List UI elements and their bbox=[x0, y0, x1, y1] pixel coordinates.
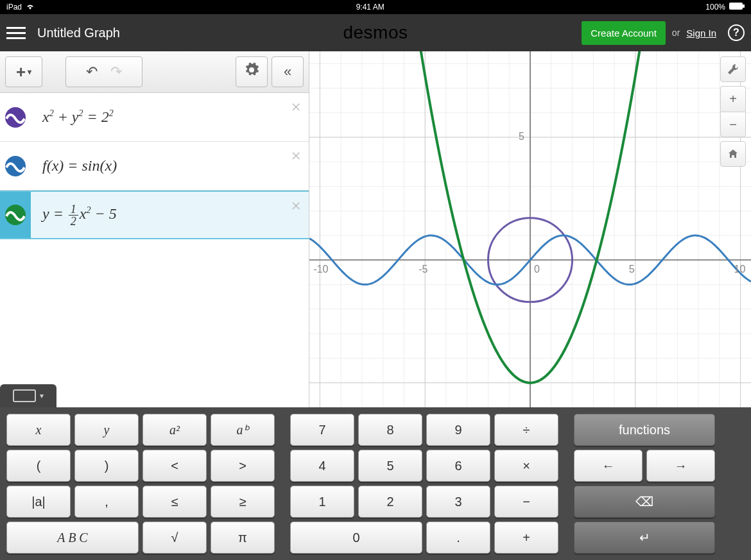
svg-rect-0 bbox=[729, 3, 743, 10]
key[interactable]: ÷ bbox=[494, 414, 558, 446]
key[interactable]: π bbox=[211, 522, 275, 554]
key[interactable]: × bbox=[494, 450, 558, 482]
math-keyboard: xya²aᵇ()<>|a|,≤≥A B C√π 789÷456×123−0.+ … bbox=[0, 407, 751, 560]
wifi-icon bbox=[26, 3, 35, 12]
keyboard-section-numpad: 789÷456×123−0.+ bbox=[290, 414, 558, 554]
zoom-in-button[interactable]: + bbox=[720, 86, 746, 112]
undo-icon[interactable]: ↶ bbox=[86, 64, 98, 80]
key[interactable]: ≤ bbox=[142, 486, 207, 518]
tick-label: 5 bbox=[629, 264, 635, 275]
expression-color-handle[interactable] bbox=[0, 192, 31, 238]
key[interactable]: , bbox=[74, 486, 139, 518]
delete-expression-icon[interactable]: × bbox=[291, 196, 301, 216]
key[interactable]: ≥ bbox=[211, 486, 275, 518]
key[interactable]: √ bbox=[142, 522, 207, 554]
delete-expression-icon[interactable]: × bbox=[291, 97, 301, 117]
wave-icon bbox=[5, 156, 26, 176]
expression-color-handle[interactable] bbox=[0, 142, 31, 190]
key[interactable]: 4 bbox=[290, 450, 354, 482]
key[interactable]: 7 bbox=[290, 414, 354, 446]
signin-link[interactable]: Sign In bbox=[686, 28, 716, 38]
key[interactable]: − bbox=[494, 486, 558, 518]
key[interactable]: 8 bbox=[358, 414, 422, 446]
undo-redo-buttons[interactable]: ↶ ↷ bbox=[65, 56, 142, 87]
enter-key[interactable]: ↵ bbox=[574, 522, 715, 554]
key[interactable]: . bbox=[426, 522, 490, 554]
key[interactable]: a² bbox=[142, 414, 207, 446]
menu-icon[interactable] bbox=[6, 23, 26, 42]
keyboard-icon bbox=[13, 389, 36, 402]
app-header: Untitled Graph desmos Create Account or … bbox=[0, 14, 751, 51]
backspace-key[interactable]: ⌫ bbox=[574, 486, 715, 518]
key[interactable]: > bbox=[211, 450, 275, 482]
key[interactable]: A B C bbox=[6, 522, 139, 554]
wave-icon bbox=[5, 107, 26, 128]
key[interactable]: ) bbox=[74, 450, 139, 482]
redo-icon[interactable]: ↷ bbox=[110, 64, 122, 80]
key[interactable]: aᵇ bbox=[211, 414, 275, 446]
key[interactable]: x bbox=[6, 414, 71, 446]
keyboard-section-symbols: xya²aᵇ()<>|a|,≤≥A B C√π bbox=[6, 414, 275, 554]
zoom-out-button[interactable]: − bbox=[720, 112, 746, 137]
expression-row[interactable]: x2 + y2 = 22 × bbox=[0, 93, 309, 142]
delete-expression-icon[interactable]: × bbox=[291, 146, 301, 166]
arrow-right-key[interactable]: → bbox=[646, 450, 715, 482]
create-account-button[interactable]: Create Account bbox=[582, 21, 666, 45]
status-bar: iPad 9:41 AM 100% bbox=[0, 0, 751, 14]
key[interactable]: y bbox=[74, 414, 139, 446]
key[interactable]: 6 bbox=[426, 450, 490, 482]
key[interactable]: ( bbox=[6, 450, 71, 482]
graph-svg bbox=[309, 51, 751, 407]
origin-label: 0 bbox=[534, 264, 540, 275]
svg-rect-1 bbox=[743, 4, 745, 8]
battery-pct: 100% bbox=[705, 3, 725, 12]
wave-icon bbox=[5, 205, 26, 225]
graph-controls: + − bbox=[720, 56, 746, 167]
keyboard-toggle-button[interactable]: ▾ bbox=[0, 384, 56, 407]
keyboard-section-functions: functions ← → ⌫ ↵ bbox=[574, 414, 715, 554]
expression-content[interactable]: x2 + y2 = 22 bbox=[42, 108, 302, 126]
arrow-left-key[interactable]: ← bbox=[574, 450, 643, 482]
key[interactable]: 9 bbox=[426, 414, 490, 446]
key[interactable]: + bbox=[494, 522, 558, 554]
add-expression-button[interactable]: +▾ bbox=[5, 56, 42, 87]
gear-icon bbox=[244, 62, 259, 81]
key[interactable]: |a| bbox=[6, 486, 71, 518]
expression-row[interactable]: f(x) = sin(x) × bbox=[0, 142, 309, 191]
tick-label: -10 bbox=[313, 264, 328, 275]
status-time: 9:41 AM bbox=[356, 3, 384, 12]
or-text: or bbox=[672, 28, 680, 38]
functions-button[interactable]: functions bbox=[574, 414, 715, 446]
key[interactable]: 1 bbox=[290, 486, 354, 518]
tick-label: 5 bbox=[519, 131, 524, 142]
key[interactable]: 0 bbox=[290, 522, 422, 554]
expression-color-handle[interactable] bbox=[0, 93, 31, 141]
key[interactable]: 5 bbox=[358, 450, 422, 482]
settings-button[interactable] bbox=[236, 56, 268, 87]
battery-icon bbox=[729, 3, 745, 12]
expression-row[interactable]: y = 12x2 − 5 × bbox=[0, 191, 309, 239]
sidebar-toolbar: +▾ ↶ ↷ « bbox=[0, 51, 309, 93]
help-icon[interactable]: ? bbox=[728, 24, 745, 41]
wrench-icon[interactable] bbox=[720, 56, 746, 82]
key[interactable]: 3 bbox=[426, 486, 490, 518]
graph-title[interactable]: Untitled Graph bbox=[37, 26, 120, 40]
tick-label: 10 bbox=[734, 264, 746, 275]
expression-content[interactable]: y = 12x2 − 5 bbox=[42, 203, 302, 227]
graph-canvas[interactable]: + − -10-551050 bbox=[309, 51, 751, 407]
expression-content[interactable]: f(x) = sin(x) bbox=[42, 157, 302, 174]
collapse-sidebar-button[interactable]: « bbox=[272, 56, 304, 87]
brand-logo: desmos bbox=[343, 22, 408, 43]
tick-label: -5 bbox=[419, 264, 427, 275]
key[interactable]: 2 bbox=[358, 486, 422, 518]
device-label: iPad bbox=[6, 3, 22, 12]
key[interactable]: < bbox=[142, 450, 207, 482]
home-icon[interactable] bbox=[720, 141, 746, 167]
expression-sidebar: +▾ ↶ ↷ « x2 + y2 = 22 × bbox=[0, 51, 309, 407]
